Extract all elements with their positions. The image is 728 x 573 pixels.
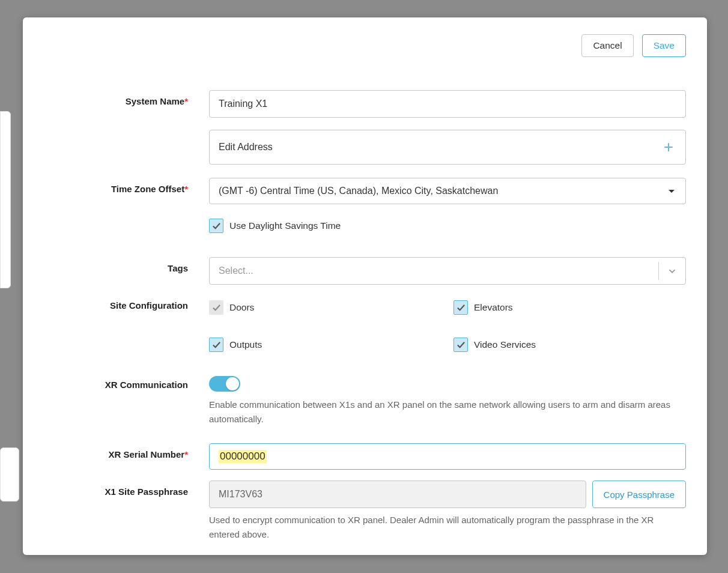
elevators-label: Elevators [474, 302, 513, 313]
tags-label: Tags [44, 257, 209, 273]
video-services-label: Video Services [474, 339, 536, 350]
xr-serial-input[interactable]: 00000000 [209, 443, 686, 470]
toggle-knob [226, 377, 239, 390]
system-name-label: System Name* [44, 90, 209, 106]
dst-checkbox[interactable] [209, 219, 223, 233]
xr-comm-label: XR Communication [44, 376, 209, 390]
dst-label: Use Daylight Savings Time [229, 220, 341, 231]
timezone-select[interactable]: (GMT -6) Central Time (US, Canada), Mexi… [209, 178, 686, 204]
chevron-down-icon [659, 265, 685, 276]
doors-checkbox [209, 300, 223, 315]
doors-label: Doors [229, 302, 254, 313]
xr-serial-value: 00000000 [219, 450, 267, 463]
settings-modal: Cancel Save System Name* Edit Address + … [23, 17, 707, 555]
passphrase-help: Used to encrypt communication to XR pane… [209, 513, 686, 542]
timezone-label: Time Zone Offset* [44, 178, 209, 194]
background-panel-2 [0, 447, 19, 502]
modal-action-bar: Cancel Save [44, 34, 686, 57]
plus-icon: + [664, 139, 673, 156]
outputs-label: Outputs [229, 339, 262, 350]
cancel-button[interactable]: Cancel [581, 34, 633, 57]
tags-select[interactable]: Select... [209, 257, 686, 285]
site-config-label: Site Configuration [44, 298, 209, 311]
video-services-checkbox[interactable] [453, 338, 468, 352]
background-panel [0, 111, 11, 288]
passphrase-input: MI173V63 [209, 481, 586, 508]
xr-serial-label: XR Serial Number* [44, 443, 209, 459]
caret-down-icon [669, 190, 675, 193]
copy-passphrase-button[interactable]: Copy Passphrase [592, 481, 686, 508]
xr-comm-toggle[interactable] [209, 376, 240, 392]
save-button[interactable]: Save [642, 34, 686, 57]
passphrase-value: MI173V63 [219, 489, 262, 500]
timezone-value: (GMT -6) Central Time (US, Canada), Mexi… [219, 186, 498, 196]
elevators-checkbox[interactable] [453, 300, 468, 315]
tags-placeholder: Select... [219, 265, 253, 276]
outputs-checkbox[interactable] [209, 338, 223, 352]
xr-comm-help: Enable communication between X1s and an … [209, 398, 686, 426]
system-name-input[interactable] [209, 90, 686, 118]
edit-address-label: Edit Address [219, 142, 273, 153]
edit-address-button[interactable]: Edit Address + [209, 130, 686, 165]
x1-passphrase-label: X1 Site Passphrase [44, 481, 209, 497]
